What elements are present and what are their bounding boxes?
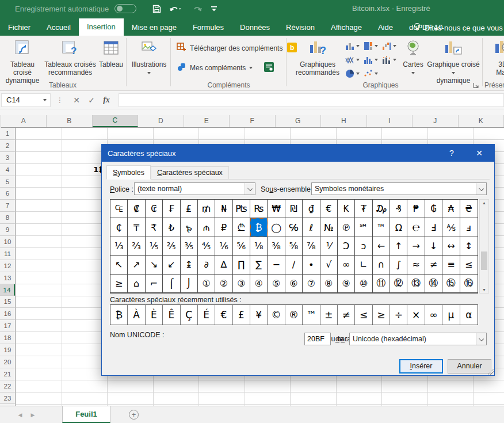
scroll-up-icon[interactable]: ▲ (480, 201, 488, 205)
insert-button[interactable]: Insérer (399, 359, 443, 374)
pie-chart-button[interactable] (345, 67, 364, 81)
scrollbar-thumb[interactable] (481, 251, 487, 270)
symbol-cell[interactable]: ↄ (355, 237, 372, 256)
symbol-cell[interactable]: ℮ (407, 218, 425, 237)
symbol-cell[interactable]: ∩ (373, 256, 390, 274)
symbol-grid-scrollbar[interactable]: ▲ ▼ (479, 199, 489, 294)
symbol-cell[interactable]: ₪ (285, 200, 303, 218)
symbol-cell[interactable]: ⑮ (442, 275, 460, 293)
ribbon-tab-mise-en-page[interactable]: Mise en page (124, 20, 185, 36)
symbol-cell[interactable]: ④ (250, 275, 268, 293)
symbol-cell[interactable]: ⑦ (303, 275, 320, 293)
symbol-cell[interactable]: ∫ (390, 256, 407, 274)
symbol-cell[interactable]: ↘ (146, 256, 163, 274)
symbol-cell[interactable]: − (268, 256, 285, 274)
column-chart-button[interactable] (345, 39, 364, 53)
symbol-cell[interactable]: ₢ (146, 200, 163, 218)
symbol-cell[interactable]: ∂ (198, 256, 215, 274)
sheet-tab-feuil1[interactable]: Feuil1 (62, 406, 110, 423)
column-header-E[interactable]: E (184, 115, 230, 127)
symbol-cell[interactable]: ∟ (355, 256, 372, 274)
recent-symbol-cell[interactable]: ₿ (110, 305, 128, 325)
symbol-cell[interactable]: ⅘ (198, 237, 215, 256)
symbol-cell[interactable]: ① (198, 275, 215, 293)
symbol-cell[interactable]: Ↄ (338, 237, 355, 256)
recent-symbol-cell[interactable]: ≥ (373, 305, 390, 325)
pivot-table-button[interactable]: Tableau croisé dynamique (2, 38, 43, 85)
ribbon-tab-formules[interactable]: Formules (185, 20, 232, 36)
statistic-chart-button[interactable] (364, 53, 382, 67)
dialog-title-bar[interactable]: Caractères spéciaux ? ✕ (102, 144, 494, 162)
symbol-cell[interactable]: ℠ (355, 218, 372, 237)
column-header-C[interactable]: C (93, 115, 139, 127)
symbol-cell[interactable]: ₱ (407, 200, 425, 218)
column-header-F[interactable]: F (230, 115, 276, 127)
symbol-cell[interactable]: ⅖ (163, 237, 180, 256)
symbol-cell[interactable]: ⅟ (320, 237, 338, 256)
symbol-cell[interactable]: ⑧ (320, 275, 338, 293)
recent-symbol-cell[interactable]: £ (233, 305, 250, 325)
dialog-help-button[interactable]: ? (445, 148, 459, 158)
recent-symbol-cell[interactable]: É (198, 305, 215, 325)
scatter-chart-button[interactable] (364, 67, 382, 81)
symbol-cell[interactable]: ₲ (425, 200, 442, 218)
cancel-entry-button[interactable]: ✕ (69, 96, 84, 105)
encoding-combobox[interactable]: Unicode (hexadécimal) (349, 333, 487, 345)
symbol-cell[interactable]: ≤ (460, 256, 478, 274)
recent-symbol-cell[interactable]: È (146, 305, 163, 325)
symbol-cell[interactable]: ∏ (233, 256, 250, 274)
prev-sheet-button[interactable]: ◀ (14, 412, 26, 418)
symbol-cell[interactable]: ₥ (198, 200, 215, 218)
undo-button[interactable] (169, 5, 182, 13)
recommended-pivot-button[interactable]: ? Tableaux croisés recommandés (43, 38, 98, 77)
recent-symbol-cell[interactable]: α (460, 305, 478, 325)
symbol-cell[interactable]: № (320, 218, 338, 237)
symbol-cell[interactable]: ₡ (128, 200, 145, 218)
symbol-cell[interactable]: → (407, 237, 425, 256)
next-sheet-button[interactable]: ▶ (26, 412, 39, 418)
ribbon-tab-fichier[interactable]: Fichier (0, 20, 39, 36)
symbol-cell[interactable]: ⅗ (181, 237, 198, 256)
symbol-cell[interactable]: ∕ (285, 256, 303, 274)
ribbon-tab-révision[interactable]: Révision (278, 20, 323, 36)
column-header-D[interactable]: D (138, 115, 184, 127)
symbol-cell[interactable]: ₩ (268, 200, 285, 218)
customize-qat-icon[interactable] (211, 5, 217, 12)
cell-B4[interactable]: 1₿ (62, 164, 108, 176)
subset-combobox[interactable]: Symboles monétaires (311, 182, 487, 195)
name-box[interactable]: C14 (1, 93, 51, 107)
symbol-cell[interactable]: ₭ (338, 200, 355, 218)
my-addins-button[interactable]: Mes compléments (177, 62, 274, 74)
symbol-cell[interactable]: ↑ (390, 237, 407, 256)
dialog-launcher-icon[interactable] (472, 82, 479, 89)
ribbon-tab-accueil[interactable]: Accueil (39, 20, 79, 36)
police-dropdown-icon[interactable] (245, 183, 255, 195)
symbol-cell[interactable]: € (320, 200, 338, 218)
charcode-input[interactable] (304, 333, 331, 345)
symbol-cell[interactable]: ⅚ (233, 237, 250, 256)
recent-symbol-cell[interactable]: ± (320, 305, 338, 325)
symbol-cell-selected[interactable]: ₿ (250, 218, 268, 237)
recent-symbol-cell[interactable]: © (268, 305, 285, 325)
recent-symbol-cell[interactable]: € (215, 305, 232, 325)
symbol-cell[interactable]: ∑ (250, 256, 268, 274)
symbol-cell[interactable]: ⅞ (303, 237, 320, 256)
column-header-A[interactable]: A (1, 115, 47, 127)
symbol-cell[interactable]: ⅎ (460, 218, 478, 237)
resize-grip[interactable] (486, 367, 494, 375)
symbol-cell[interactable]: ₻ (181, 218, 198, 237)
recent-symbol-cell[interactable]: ∞ (425, 305, 442, 325)
dialog-close-button[interactable]: ✕ (471, 148, 487, 158)
column-header-I[interactable]: I (367, 115, 413, 127)
symbol-cell[interactable]: ₠ (110, 200, 128, 218)
add-sheet-button[interactable]: + (129, 410, 139, 420)
recent-symbol-cell[interactable]: Ç (181, 305, 198, 325)
table-button[interactable]: Tableau (98, 38, 124, 68)
autosave-toggle[interactable] (114, 4, 136, 13)
symbol-cell[interactable]: ◯ (268, 218, 285, 237)
symbol-cell[interactable]: ₺ (163, 218, 180, 237)
symbol-cell[interactable]: ₤ (181, 200, 198, 218)
symbol-cell[interactable]: ← (373, 237, 390, 256)
symbol-cell[interactable]: ⅕ (146, 237, 163, 256)
symbol-cell[interactable]: ⑩ (355, 275, 372, 293)
